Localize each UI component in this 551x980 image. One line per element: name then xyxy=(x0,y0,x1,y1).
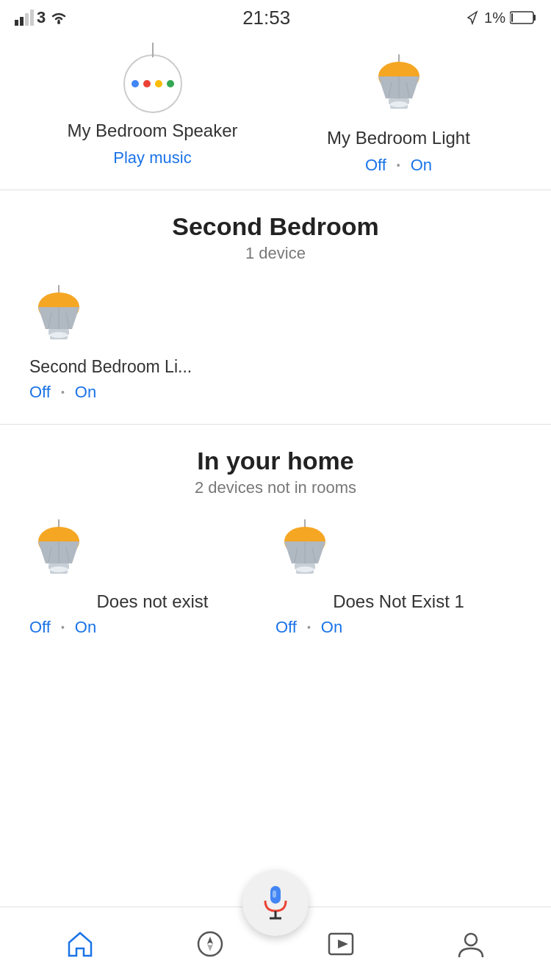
does-not-exist-1-controls[interactable]: Off • On xyxy=(276,618,522,637)
account-nav-icon xyxy=(453,926,489,962)
does-not-exist-off-button[interactable]: Off xyxy=(29,618,51,637)
does-not-exist-name: Does not exist xyxy=(29,591,276,612)
svg-point-25 xyxy=(50,332,68,338)
svg-point-48 xyxy=(198,932,222,956)
does-not-exist-1-bulb-icon xyxy=(276,519,334,586)
second-bedroom-on-button[interactable]: On xyxy=(75,383,96,402)
battery-icon xyxy=(510,11,536,24)
in-your-home-header: In your home 2 devices not in rooms xyxy=(29,447,522,497)
speaker-dots xyxy=(132,80,174,87)
status-right: 1% xyxy=(464,10,536,26)
does-not-exist-item: Does not exist Off • On xyxy=(29,512,276,644)
battery-percent: 1% xyxy=(484,10,505,26)
bedroom-light-off-button[interactable]: Off xyxy=(365,156,386,175)
discover-nav-icon xyxy=(192,926,228,962)
svg-rect-2 xyxy=(25,13,29,26)
mic-icon xyxy=(261,884,290,921)
second-bedroom-light-controls[interactable]: Off • On xyxy=(29,383,276,402)
bedroom-light-item: My Bedroom Light Off • On xyxy=(288,54,510,175)
svg-marker-50 xyxy=(207,944,213,951)
signal-icon xyxy=(15,10,34,26)
second-bedroom-devices: Second Bedroom Li... Off • On xyxy=(29,278,522,409)
does-not-exist-1-on-button[interactable]: On xyxy=(321,618,342,637)
account-icon xyxy=(456,929,486,959)
bedroom-light-controls[interactable]: Off • On xyxy=(365,156,432,175)
main-content: My Bedroom Speaker Play music xyxy=(0,32,551,747)
second-bedroom-section: Second Bedroom 1 device Second Bedroom L… xyxy=(0,190,551,425)
does-not-exist-1-off-button[interactable]: Off xyxy=(276,618,297,637)
does-not-exist-on-button[interactable]: On xyxy=(75,618,96,637)
svg-rect-3 xyxy=(30,10,34,26)
speaker-name: My Bedroom Speaker xyxy=(67,120,237,141)
nav-account[interactable] xyxy=(453,926,489,962)
svg-rect-0 xyxy=(15,20,18,26)
svg-marker-49 xyxy=(207,937,213,944)
nav-discover[interactable] xyxy=(192,926,228,962)
second-bedroom-light-name: Second Bedroom Li... xyxy=(29,357,276,377)
media-icon xyxy=(326,929,356,959)
play-music-button[interactable]: Play music xyxy=(113,148,191,167)
in-your-home-subtitle: 2 devices not in rooms xyxy=(29,478,522,497)
mic-button-container xyxy=(242,870,309,936)
separator: • xyxy=(61,386,65,398)
in-your-home-devices: Does not exist Off • On xyxy=(29,512,522,644)
svg-point-16 xyxy=(390,101,408,107)
separator: • xyxy=(397,159,400,171)
network-type: 3 xyxy=(37,8,46,27)
bedroom-light-on-button[interactable]: On xyxy=(411,156,432,175)
media-nav-icon xyxy=(323,926,359,962)
second-bedroom-off-button[interactable]: Off xyxy=(29,383,51,402)
svg-rect-7 xyxy=(511,13,513,22)
does-not-exist-1-item: Does Not Exist 1 Off • On xyxy=(276,512,522,644)
bedroom-light-name: My Bedroom Light xyxy=(327,128,470,148)
speaker-cord xyxy=(152,43,154,57)
svg-marker-52 xyxy=(338,940,348,948)
in-your-home-section: In your home 2 devices not in rooms Does… xyxy=(0,425,551,659)
status-left: 3 xyxy=(15,8,69,27)
dot-green xyxy=(167,80,174,87)
compass-icon xyxy=(195,929,225,959)
svg-point-43 xyxy=(296,566,314,572)
second-bedroom-header: Second Bedroom 1 device xyxy=(29,212,522,263)
home-nav-icon xyxy=(62,926,98,962)
nav-home[interactable] xyxy=(62,926,98,962)
wifi-icon xyxy=(48,10,69,25)
dot-blue xyxy=(132,80,139,87)
second-bedroom-bulb-icon xyxy=(29,285,88,351)
nav-media[interactable] xyxy=(323,926,359,962)
status-bar: 3 21:53 1% xyxy=(0,0,551,32)
in-your-home-title: In your home xyxy=(29,447,522,475)
second-bedroom-light-item: Second Bedroom Li... Off • On xyxy=(29,278,276,409)
home-icon xyxy=(65,929,95,959)
second-bedroom-title: Second Bedroom xyxy=(29,212,522,241)
svg-point-4 xyxy=(57,21,60,24)
separator: • xyxy=(307,621,311,633)
top-devices-section: My Bedroom Speaker Play music xyxy=(0,32,551,190)
svg-point-34 xyxy=(50,566,68,572)
svg-rect-5 xyxy=(510,12,533,24)
second-bedroom-subtitle: 1 device xyxy=(29,244,522,263)
mic-button[interactable] xyxy=(242,870,309,936)
svg-rect-6 xyxy=(533,15,536,21)
location-icon xyxy=(464,10,480,25)
does-not-exist-1-name: Does Not Exist 1 xyxy=(276,591,522,612)
svg-rect-1 xyxy=(20,17,24,26)
dot-yellow xyxy=(155,80,162,87)
bedroom-light-bulb-icon xyxy=(370,54,428,120)
speaker-controls[interactable]: Play music xyxy=(113,148,191,167)
svg-point-53 xyxy=(465,934,477,945)
bedroom-speaker-item: My Bedroom Speaker Play music xyxy=(42,54,264,175)
does-not-exist-controls[interactable]: Off • On xyxy=(29,618,276,637)
does-not-exist-bulb-icon xyxy=(29,519,88,586)
status-time: 21:53 xyxy=(242,7,290,29)
separator: • xyxy=(61,621,65,633)
svg-rect-47 xyxy=(273,890,276,898)
speaker-icon xyxy=(123,54,182,113)
dot-red xyxy=(143,80,151,87)
